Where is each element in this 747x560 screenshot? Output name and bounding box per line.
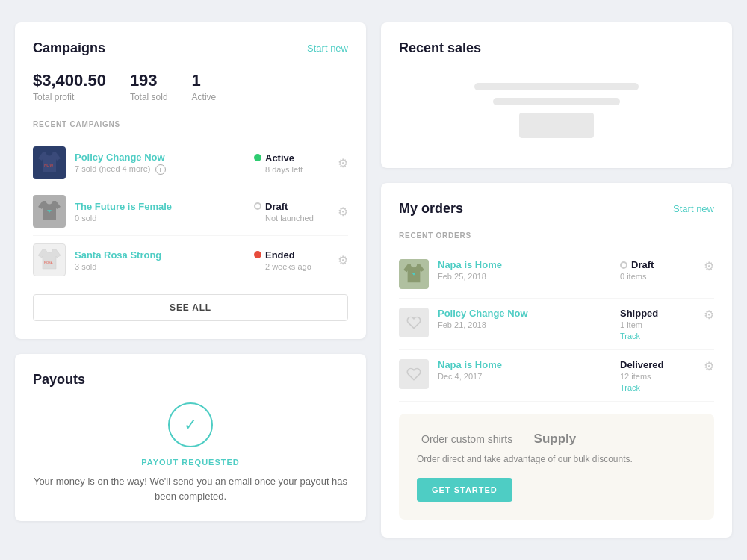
order-info-2: Policy Change Now Feb 21, 2018 [438, 308, 620, 329]
campaign-item-3: ROSA Santa Rosa Strong 3 sold Ended 2 we… [33, 236, 348, 284]
campaign-item-1: NOW Policy Change Now 7 sold (need 4 mor… [33, 139, 348, 187]
recent-orders-label: RECENT ORDERS [399, 231, 714, 240]
status-text-2: Draft [265, 201, 288, 212]
order-gear-1[interactable]: ⚙ [704, 259, 714, 273]
get-started-button[interactable]: GET STARTED [417, 478, 512, 502]
campaign-gear-2[interactable]: ⚙ [338, 205, 348, 219]
campaigns-start-new[interactable]: Start new [307, 43, 348, 54]
order-item-2: Policy Change Now Feb 21, 2018 Shipped 1… [399, 299, 714, 350]
placeholder-bar-1 [474, 83, 639, 90]
campaign-sub-3: 3 sold [75, 262, 254, 271]
supply-divider [521, 435, 521, 445]
supply-title-text: Order custom shirts [421, 433, 512, 445]
status-dot-draft [254, 202, 261, 210]
svg-text:ROSA: ROSA [44, 261, 53, 264]
order-date-3: Dec 4, 2017 [438, 372, 620, 381]
payout-requested-label: PAYOUT REQUESTED [33, 458, 348, 467]
status-row-3: Ended [254, 249, 295, 261]
placeholder-rect [519, 113, 594, 138]
stat-sold: 193 Total sold [130, 71, 168, 102]
order-dot-draft [620, 261, 627, 269]
stat-sold-label: Total sold [130, 92, 168, 102]
stat-sold-value: 193 [130, 71, 168, 90]
status-text-3: Ended [265, 249, 295, 261]
order-status-sub-1: 0 items [620, 272, 695, 281]
order-status-text-3: Delivered [620, 359, 695, 370]
recent-sales-card: Recent sales [381, 22, 732, 168]
campaign-name-2[interactable]: The Future is Female [75, 201, 254, 212]
status-sub-3: 2 weeks ago [254, 262, 311, 271]
campaign-info-1: Policy Change Now 7 sold (need 4 more) i [75, 152, 254, 175]
order-name-1[interactable]: Napa is Home [438, 259, 620, 270]
recent-sales-placeholder [399, 71, 714, 150]
order-status-text-1: Draft [620, 259, 695, 270]
payouts-title: Payouts [33, 372, 85, 388]
order-name-2[interactable]: Policy Change Now [438, 308, 620, 319]
campaign-thumb-2 [33, 195, 66, 228]
campaign-thumb-1: NOW [33, 146, 66, 179]
order-thumb-3 [399, 359, 429, 389]
campaigns-card: Campaigns Start new $3,400.50 Total prof… [15, 22, 366, 339]
orders-start-new[interactable]: Start new [673, 203, 714, 214]
campaign-name-3[interactable]: Santa Rosa Strong [75, 249, 254, 261]
status-sub-2: Not launched [254, 214, 314, 223]
status-sub-1: 8 days left [254, 165, 303, 174]
order-status-3: Delivered 12 items Track [620, 359, 695, 392]
recent-sales-header: Recent sales [399, 40, 714, 56]
campaign-info-3: Santa Rosa Strong 3 sold [75, 249, 254, 271]
supply-description: Order direct and take advantage of our b… [417, 452, 696, 466]
campaigns-stats: $3,400.50 Total profit 193 Total sold 1 … [33, 71, 348, 102]
campaign-name-1[interactable]: Policy Change Now [75, 152, 254, 163]
campaign-thumb-3: ROSA [33, 243, 66, 276]
campaigns-header: Campaigns Start new [33, 40, 348, 56]
order-thumb-2 [399, 308, 429, 337]
supply-title: Order custom shirts Supply [417, 432, 696, 447]
payouts-card: Payouts ✓ PAYOUT REQUESTED Your money is… [15, 354, 366, 521]
order-track-3[interactable]: Track [620, 383, 695, 392]
order-info-1: Napa is Home Feb 25, 2018 [438, 259, 620, 281]
svg-text:NOW: NOW [44, 163, 54, 167]
campaign-status-1: Active 8 days left [254, 152, 329, 174]
my-orders-card: My orders Start new RECENT ORDERS Napa i… [381, 183, 732, 538]
my-orders-title: My orders [399, 201, 463, 217]
campaign-gear-3[interactable]: ⚙ [338, 253, 348, 267]
order-item-1: Napa is Home Feb 25, 2018 Draft 0 items … [399, 250, 714, 299]
order-date-2: Feb 21, 2018 [438, 320, 620, 329]
placeholder-bar-2 [493, 98, 620, 105]
campaign-gear-1[interactable]: ⚙ [338, 156, 348, 170]
info-icon-1[interactable]: i [155, 164, 166, 175]
stat-active: 1 Active [192, 71, 217, 102]
campaign-item-2: The Future is Female 0 sold Draft Not la… [33, 187, 348, 236]
campaign-status-3: Ended 2 weeks ago [254, 249, 329, 271]
order-gear-3[interactable]: ⚙ [704, 359, 714, 373]
order-item-3: Napa is Home Dec 4, 2017 Delivered 12 it… [399, 350, 714, 402]
order-status-1: Draft 0 items [620, 259, 695, 281]
order-track-2[interactable]: Track [620, 332, 695, 340]
order-info-3: Napa is Home Dec 4, 2017 [438, 359, 620, 381]
order-name-3[interactable]: Napa is Home [438, 359, 620, 370]
campaign-status-2: Draft Not launched [254, 201, 329, 223]
campaign-sub-2: 0 sold [75, 214, 254, 223]
order-status-text-2: Shipped [620, 308, 695, 319]
recent-campaigns-label: RECENT CAMPAIGNS [33, 120, 348, 128]
stat-profit: $3,400.50 Total profit [33, 71, 106, 102]
payout-description: Your money is on the way! We'll send you… [33, 474, 348, 503]
my-orders-header: My orders Start new [399, 201, 714, 217]
campaign-sub-1: 7 sold (need 4 more) i [75, 164, 254, 175]
status-text-1: Active [265, 152, 294, 164]
order-status-2: Shipped 1 item Track [620, 308, 695, 340]
stat-active-label: Active [192, 92, 217, 102]
order-date-1: Feb 25, 2018 [438, 272, 620, 281]
status-dot-active [254, 154, 261, 161]
status-row-1: Active [254, 152, 294, 164]
status-row-2: Draft [254, 201, 288, 212]
order-gear-2[interactable]: ⚙ [704, 308, 714, 322]
see-all-button[interactable]: SEE ALL [33, 294, 348, 321]
stat-active-value: 1 [192, 71, 217, 90]
campaign-info-2: The Future is Female 0 sold [75, 201, 254, 223]
order-status-sub-2: 1 item [620, 320, 695, 329]
order-status-sub-3: 12 items [620, 372, 695, 381]
status-dot-ended [254, 251, 261, 258]
payout-check-icon: ✓ [168, 402, 213, 447]
supply-card: Order custom shirts Supply Order direct … [399, 414, 714, 520]
